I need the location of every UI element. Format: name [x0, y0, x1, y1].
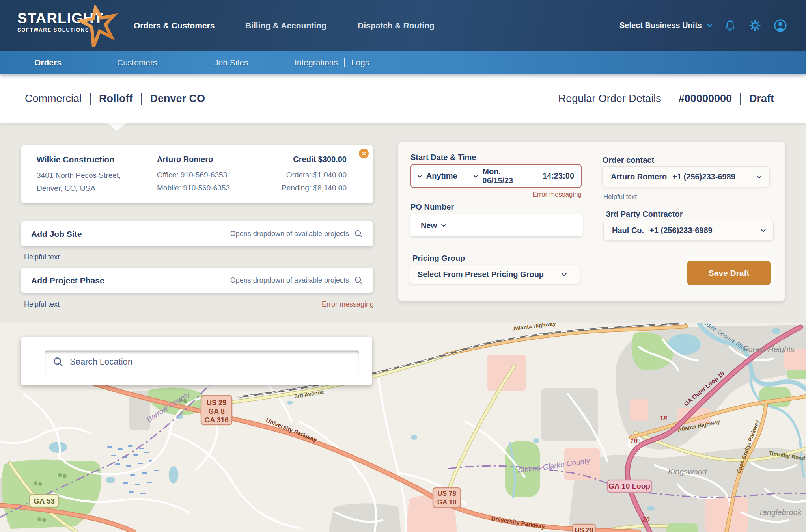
- contact-mobile-phone: Mobile: 910-569-6353: [157, 181, 230, 194]
- map-label-kingswood: Kingswood: [668, 467, 707, 476]
- chevron-down-icon: [562, 271, 567, 276]
- add-job-site-field[interactable]: Add Job Site Opens dropdown of available…: [21, 221, 373, 246]
- add-project-phase-field[interactable]: Add Project Phase Opens dropdown of avai…: [21, 268, 373, 293]
- po-number-label: PO Number: [410, 203, 454, 212]
- po-number-field[interactable]: New: [410, 214, 583, 236]
- page-header-row: Commercial Rolloff Denver CO Regular Ord…: [0, 74, 806, 123]
- contractor-name: Haul Co.: [612, 226, 644, 235]
- tab-logs[interactable]: Logs: [351, 58, 369, 67]
- breadcrumb-location[interactable]: Denver CO: [150, 93, 205, 105]
- breadcrumb-separator: [141, 93, 142, 105]
- badge-us78-ga10: US 78 GA 10: [433, 488, 461, 508]
- start-date-time-field[interactable]: Anytime Mon. 06/15/23 14:23:00: [410, 164, 582, 188]
- map-label-exit-18b: 18: [630, 437, 638, 445]
- svg-text:US 78: US 78: [437, 490, 456, 497]
- date-value[interactable]: Mon. 06/15/23: [482, 167, 532, 185]
- pricing-group-select[interactable]: Select From Preset Pricing Group: [409, 265, 580, 284]
- business-units-select[interactable]: Select Business Units: [619, 21, 712, 30]
- customer-card: Wilkie Construction 3401 North Pecos Str…: [21, 145, 373, 203]
- order-number: #00000000: [679, 93, 732, 105]
- search-icon: [354, 229, 363, 238]
- map-label-exit-20: 20: [642, 516, 650, 523]
- chevron-down-icon: [473, 173, 478, 178]
- tab-label: Job Sites: [214, 58, 248, 67]
- pending-amount: Pending: $8,140.00: [282, 181, 347, 194]
- save-draft-button[interactable]: Save Draft: [687, 261, 771, 285]
- remove-customer-button[interactable]: ✕: [359, 149, 369, 158]
- office-label: Office:: [157, 171, 179, 179]
- breadcrumb-notch: [107, 123, 127, 130]
- orders-amount: Orders: $1,040.00: [282, 168, 347, 181]
- contractor-label: 3rd Party Contractor: [606, 210, 683, 219]
- breadcrumb-separator: [90, 93, 91, 105]
- start-date-time-label: Start Date & Time: [410, 153, 476, 162]
- mobile-label: Mobile:: [157, 184, 181, 192]
- office-phone-value: 910-569-6353: [181, 171, 227, 179]
- job-site-hint: Opens dropdown of available projects: [230, 230, 349, 238]
- map-label-forest-heights: Forest Heights: [743, 345, 795, 353]
- nav-orders-customers[interactable]: Orders & Customers: [134, 0, 215, 51]
- order-form-section: Wilkie Construction 3401 North Pecos Str…: [0, 123, 806, 323]
- svg-text:GA 10 Loop: GA 10 Loop: [608, 482, 650, 490]
- nav-label: Billing & Accounting: [245, 21, 327, 30]
- search-location-input[interactable]: [70, 357, 351, 367]
- add-job-site-label: Add Job Site: [31, 229, 82, 239]
- map-section: Barrow County Athens-Clarke County Unive…: [0, 323, 806, 532]
- tab-orders[interactable]: Orders: [34, 51, 62, 74]
- credit-amount: Credit $300.00: [282, 155, 347, 164]
- nav-billing-accounting[interactable]: Billing & Accounting: [245, 0, 327, 51]
- breadcrumb-service[interactable]: Rolloff: [99, 93, 132, 105]
- project-phase-error-text: Error messaging: [322, 300, 374, 309]
- map-search-card: [21, 337, 372, 385]
- nav-dispatch-routing[interactable]: Dispatch & Routing: [358, 0, 435, 51]
- contact-office-phone: Office: 910-569-6353: [157, 168, 230, 181]
- order-type: Regular Order Details: [558, 93, 661, 105]
- time-value[interactable]: 14:23:00: [543, 171, 574, 180]
- business-units-label: Select Business Units: [619, 21, 702, 30]
- settings-gear-icon[interactable]: [748, 19, 761, 32]
- tab-label: Orders: [34, 58, 62, 67]
- breadcrumb: Commercial Rolloff Denver CO: [25, 74, 205, 123]
- order-contact-name: Arturo Romero: [611, 172, 667, 181]
- nav-label: Dispatch & Routing: [358, 21, 435, 30]
- user-avatar[interactable]: [773, 19, 787, 33]
- breadcrumb-category[interactable]: Commercial: [25, 93, 82, 105]
- tab-customers[interactable]: Customers: [117, 51, 157, 74]
- nav-label: Orders & Customers: [134, 21, 215, 30]
- chevron-down-icon: [441, 222, 446, 227]
- project-phase-helper-text: Helpful text: [24, 300, 60, 309]
- contact-info-column: Arturo Romero Office: 910-569-6353 Mobil…: [157, 155, 230, 194]
- start-date-error-text: Error messaging: [410, 191, 582, 199]
- contact-name: Arturo Romero: [157, 155, 230, 164]
- brand-tagline: SOFTWARE SOLUTIONS: [17, 27, 112, 33]
- order-contact-label: Order contact: [603, 156, 654, 165]
- map-label-tanglebrook: Tanglebrook: [758, 508, 802, 517]
- time-window-value[interactable]: Anytime: [426, 171, 457, 180]
- svg-text:US 29: US 29: [207, 399, 226, 407]
- badge-ga53: GA 53: [30, 495, 59, 507]
- order-contact-phone: +1 (256)233-6989: [672, 172, 757, 181]
- tab-integrations[interactable]: Integrations: [295, 58, 338, 67]
- order-status-badge: Draft: [749, 93, 774, 105]
- order-details-panel: Start Date & Time Anytime Mon. 06/15/23 …: [398, 142, 785, 301]
- pricing-group-value: Select From Preset Pricing Group: [418, 270, 562, 279]
- order-title: Regular Order Details #00000000 Draft: [558, 74, 774, 123]
- project-phase-hint: Opens dropdown of available projects: [230, 276, 349, 285]
- order-contact-select[interactable]: Arturo Romero +1 (256)233-6989: [602, 166, 770, 187]
- chevron-down-icon: [761, 227, 766, 232]
- credit-info-column: Credit $300.00 Orders: $1,040.00 Pending…: [282, 155, 347, 194]
- po-number-value: New: [421, 221, 437, 230]
- tab-job-sites[interactable]: Job Sites: [214, 51, 248, 74]
- search-location-field[interactable]: [45, 351, 359, 373]
- search-icon: [53, 357, 63, 367]
- notifications-bell-icon[interactable]: [724, 19, 737, 32]
- starlight-logo[interactable]: STARLIGHT SOFTWARE SOLUTIONS: [17, 11, 112, 43]
- pricing-group-label: Pricing Group: [412, 254, 465, 263]
- customer-address-line2: Denver, CO, USA: [37, 182, 121, 195]
- sub-navigation: Orders Customers Job Sites Integrations …: [0, 51, 806, 74]
- contractor-select[interactable]: Haul Co. +1 (256)233-6989: [603, 220, 774, 241]
- svg-text:GA 8: GA 8: [208, 407, 224, 415]
- tab-divider: [344, 58, 345, 67]
- svg-text:GA 10: GA 10: [437, 499, 457, 506]
- app-screen: STARLIGHT SOFTWARE SOLUTIONS Orders & Cu…: [0, 0, 806, 532]
